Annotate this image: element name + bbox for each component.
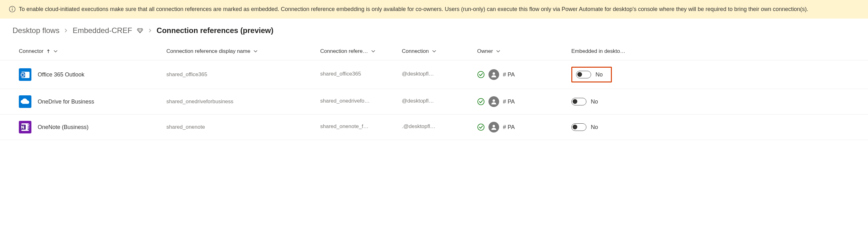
- owner-cell: # PA: [477, 69, 559, 80]
- info-banner: To enable cloud-initiated executions mak…: [0, 0, 868, 19]
- verified-check-icon: [477, 98, 485, 105]
- owner-cell: # PA: [477, 122, 559, 132]
- connection-references-table: Connector Connection reference display n…: [0, 43, 868, 140]
- display-name: shared_office365: [166, 72, 207, 77]
- table-row: OneDrive for Businessshared_onedriveforb…: [0, 89, 868, 114]
- chevron-down-icon: [432, 50, 436, 53]
- svg-point-9: [493, 100, 495, 102]
- connector-cell: Office 365 Outlook: [6, 68, 154, 81]
- toggle-label: No: [591, 124, 598, 131]
- owner-name: # PA: [503, 124, 515, 131]
- embedded-toggle[interactable]: [576, 71, 591, 78]
- chevron-right-icon: [64, 27, 68, 34]
- column-label: Connection: [402, 48, 429, 54]
- column-label: Embedded in deskto…: [571, 48, 625, 54]
- reference-name: shared_onedrivefo…: [320, 98, 370, 104]
- column-header-display-name[interactable]: Connection reference display name: [160, 43, 314, 60]
- onedrive-icon: [19, 95, 31, 108]
- sort-ascending-icon: [46, 49, 50, 53]
- onenote-icon: [19, 121, 31, 133]
- banner-text: To enable cloud-initiated executions mak…: [19, 6, 808, 12]
- breadcrumb: Desktop flows Embedded-CREF Connection r…: [0, 19, 868, 43]
- breadcrumb-current: Connection references (preview): [157, 26, 273, 35]
- info-icon: [9, 6, 16, 15]
- connection-value: @desktopfl…: [402, 71, 434, 77]
- verified-check-icon: [477, 123, 485, 131]
- table-row: Office 365 Outlookshared_office365shared…: [0, 60, 868, 89]
- avatar-icon: [489, 96, 499, 107]
- column-header-connection[interactable]: Connection: [396, 43, 471, 60]
- svg-rect-2: [12, 8, 12, 11]
- connector-name[interactable]: OneNote (Business): [38, 124, 89, 131]
- verified-check-icon: [477, 71, 485, 78]
- connector-name[interactable]: Office 365 Outlook: [38, 72, 85, 78]
- svg-point-1: [12, 7, 12, 8]
- column-header-reference-name[interactable]: Connection refere…: [314, 43, 396, 60]
- toggle-label: No: [595, 72, 603, 78]
- svg-rect-14: [28, 128, 30, 130]
- connector-cell: OneNote (Business): [6, 121, 154, 133]
- table-row: OneNote (Business)shared_onenoteshared_o…: [0, 114, 868, 140]
- chevron-down-icon: [371, 50, 375, 53]
- column-label: Connection refere…: [320, 48, 368, 54]
- embedded-toggle[interactable]: [571, 98, 586, 105]
- chevron-down-icon: [53, 50, 58, 53]
- column-label: Connection reference display name: [166, 48, 250, 54]
- premium-diamond-icon: [136, 27, 144, 34]
- connector-cell: OneDrive for Business: [6, 95, 154, 108]
- owner-cell: # PA: [477, 96, 559, 107]
- column-header-owner[interactable]: Owner: [471, 43, 565, 60]
- owner-name: # PA: [503, 99, 515, 105]
- table-header-row: Connector Connection reference display n…: [0, 43, 868, 60]
- breadcrumb-level2[interactable]: Embedded-CREF: [72, 26, 132, 35]
- svg-point-15: [478, 124, 484, 130]
- toggle-label: No: [591, 99, 598, 105]
- outlook-icon: [19, 68, 31, 81]
- embedded-toggle[interactable]: [571, 123, 586, 131]
- svg-rect-13: [28, 126, 30, 128]
- chevron-down-icon: [496, 50, 500, 53]
- avatar-icon: [489, 122, 499, 132]
- chevron-right-icon: [148, 27, 152, 34]
- highlighted-toggle: No: [571, 67, 612, 82]
- svg-point-8: [478, 99, 484, 105]
- avatar-icon: [489, 69, 499, 80]
- display-name: shared_onenote: [166, 124, 205, 130]
- display-name: shared_onedriveforbusiness: [166, 99, 234, 104]
- column-label: Owner: [477, 48, 493, 54]
- reference-name: shared_office365: [320, 71, 361, 77]
- connection-value: @desktopfl…: [402, 98, 434, 104]
- svg-rect-12: [28, 124, 30, 126]
- column-header-embedded[interactable]: Embedded in deskto…: [565, 43, 868, 60]
- owner-name: # PA: [503, 72, 515, 78]
- breadcrumb-level1[interactable]: Desktop flows: [12, 26, 59, 35]
- column-header-connector[interactable]: Connector: [0, 43, 160, 60]
- connector-name[interactable]: OneDrive for Business: [38, 99, 94, 105]
- chevron-down-icon: [253, 50, 258, 53]
- reference-name: shared_onenote_f…: [320, 123, 369, 130]
- column-label: Connector: [19, 48, 43, 54]
- svg-point-6: [478, 72, 484, 78]
- svg-point-7: [493, 72, 495, 75]
- svg-point-16: [493, 125, 495, 127]
- connection-value: .@desktopfl…: [402, 123, 435, 130]
